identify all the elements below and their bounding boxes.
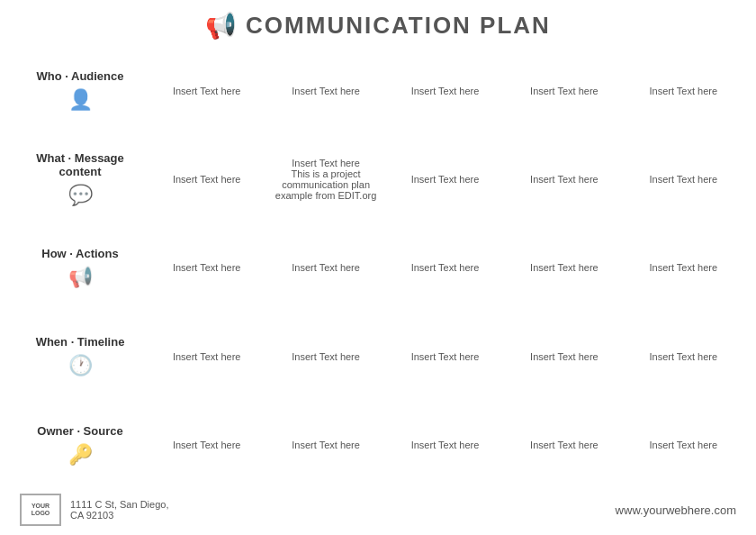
cell-who-5[interactable]: Insert Text here [627,50,740,131]
label-who: Who · Audience👤 [16,50,144,131]
cell-when-1[interactable]: Insert Text here [150,315,263,397]
footer-left: YOUR LOGO 1111 C St, San Diego,CA 92103 [20,494,168,526]
logo-line2: LOGO [32,510,50,517]
cell-what-1[interactable]: Insert Text here [150,138,263,220]
label-what: What · Message content💬 [16,138,144,220]
label-when: When · Timeline🕐 [16,315,144,397]
cell-when-4[interactable]: Insert Text here [508,315,620,397]
footer-website: www.yourwebhere.com [616,503,736,517]
page: 📢 COMMUNICATION PLAN Who · Audience👤Inse… [0,0,756,535]
cell-what-5[interactable]: Insert Text here [627,138,740,220]
footer: YOUR LOGO 1111 C St, San Diego,CA 92103 … [16,494,740,526]
cell-owner-3[interactable]: Insert Text here [389,404,501,486]
cell-what-2[interactable]: Insert Text hereThis is a project commun… [269,138,382,220]
cell-what-4[interactable]: Insert Text here [508,138,620,220]
logo-box: YOUR LOGO [20,494,61,526]
cell-when-2[interactable]: Insert Text here [269,315,382,397]
cell-who-2[interactable]: Insert Text here [269,50,382,131]
label-owner: Owner · Source🔑 [16,404,144,486]
cell-what-3[interactable]: Insert Text here [389,138,501,220]
megaphone-icon: 📢 [205,11,237,41]
cell-who-3[interactable]: Insert Text here [389,50,501,131]
logo-line1: YOUR [32,503,50,510]
cell-how-5[interactable]: Insert Text here [627,227,740,309]
page-title: COMMUNICATION PLAN [246,12,551,40]
cell-owner-1[interactable]: Insert Text here [150,404,263,486]
cell-how-1[interactable]: Insert Text here [150,227,263,309]
cell-how-2[interactable]: Insert Text here [269,227,382,309]
header: 📢 COMMUNICATION PLAN [16,11,740,41]
label-how: How · Actions📢 [16,227,144,309]
footer-address: 1111 C St, San Diego,CA 92103 [70,499,168,521]
cell-owner-5[interactable]: Insert Text here [627,404,740,486]
cell-how-3[interactable]: Insert Text here [389,227,501,309]
cell-when-5[interactable]: Insert Text here [627,315,740,397]
cell-owner-4[interactable]: Insert Text here [508,404,620,486]
cell-owner-2[interactable]: Insert Text here [269,404,382,486]
cell-how-4[interactable]: Insert Text here [508,227,620,309]
cell-when-3[interactable]: Insert Text here [389,315,501,397]
cell-who-4[interactable]: Insert Text here [508,50,620,131]
main-grid: Who · Audience👤Insert Text hereInsert Te… [16,50,740,486]
cell-who-1[interactable]: Insert Text here [150,50,263,131]
